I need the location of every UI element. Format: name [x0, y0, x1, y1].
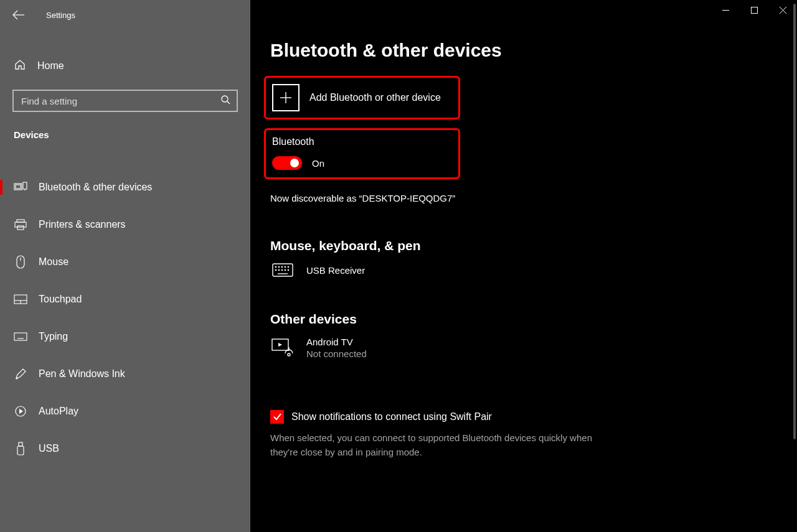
sidebar-item-mouse[interactable]: Mouse	[0, 243, 250, 281]
home-nav[interactable]: Home	[0, 52, 250, 80]
sidebar-item-label: AutoPlay	[39, 406, 78, 417]
add-device-label: Add Bluetooth or other device	[309, 92, 441, 103]
keyboard-device-icon	[270, 263, 295, 277]
swift-pair-description: When selected, you can connect to suppor…	[270, 431, 619, 459]
close-button[interactable]	[768, 0, 797, 20]
scrollbar[interactable]	[793, 4, 796, 514]
add-device-highlight: Add Bluetooth or other device	[264, 76, 460, 119]
svg-point-38	[288, 266, 288, 267]
sidebar-item-bluetooth[interactable]: Bluetooth & other devices	[0, 169, 250, 206]
sidebar-item-label: Printers & scanners	[39, 219, 126, 230]
svg-rect-1	[751, 7, 757, 13]
sidebar-item-label: Touchpad	[39, 294, 82, 305]
back-button[interactable]	[12, 10, 25, 20]
svg-rect-12	[15, 222, 26, 227]
keyboard-icon	[14, 332, 27, 341]
svg-rect-30	[17, 446, 24, 455]
svg-point-35	[278, 266, 279, 267]
device-usb-receiver[interactable]: USB Receiver	[270, 263, 797, 277]
swift-pair-label: Show notifications to connect using Swif…	[291, 411, 492, 422]
svg-rect-11	[17, 220, 24, 222]
section-mouse-keyboard-heading: Mouse, keyboard, & pen	[270, 238, 797, 253]
device-status: Not connected	[306, 348, 367, 359]
sidebar-item-label: Mouse	[39, 256, 68, 268]
plus-icon	[272, 84, 299, 111]
swift-pair-checkbox[interactable]	[270, 410, 284, 424]
toggle-state-label: On	[312, 158, 324, 169]
svg-line-6	[227, 101, 230, 104]
svg-point-34	[275, 266, 276, 267]
scrollbar-thumb[interactable]	[793, 4, 796, 439]
search-input[interactable]	[12, 90, 238, 112]
bluetooth-toggle[interactable]	[272, 156, 302, 170]
svg-point-43	[288, 269, 288, 270]
svg-marker-28	[19, 409, 23, 414]
sidebar-item-printers[interactable]: Printers & scanners	[0, 206, 250, 243]
svg-point-5	[222, 96, 228, 102]
svg-point-39	[275, 269, 276, 270]
sidebar-item-pen[interactable]: Pen & Windows Ink	[0, 355, 250, 393]
svg-point-40	[278, 269, 279, 270]
svg-rect-29	[19, 442, 22, 446]
bluetooth-heading: Bluetooth	[272, 136, 452, 147]
home-icon	[14, 58, 26, 73]
svg-marker-46	[278, 343, 282, 347]
discoverable-text: Now discoverable as “DESKTOP-IEQQDG7”	[270, 193, 797, 203]
sidebar-item-label: Typing	[39, 331, 68, 342]
search-container	[12, 90, 238, 112]
swift-pair-row: Show notifications to connect using Swif…	[270, 410, 797, 424]
svg-point-36	[281, 266, 282, 267]
sidebar-item-label: Pen & Windows Ink	[39, 368, 125, 380]
main-content: Bluetooth & other devices Add Bluetooth …	[250, 0, 797, 532]
svg-point-41	[281, 269, 282, 270]
home-label: Home	[37, 60, 64, 72]
sidebar-item-typing[interactable]: Typing	[0, 318, 250, 355]
bluetooth-devices-icon	[14, 182, 27, 193]
add-device-button[interactable]: Add Bluetooth or other device	[272, 84, 452, 111]
svg-rect-13	[17, 226, 24, 230]
window-controls	[711, 0, 797, 20]
sidebar-item-label: Bluetooth & other devices	[39, 182, 152, 193]
usb-icon	[14, 442, 27, 455]
pen-icon	[14, 368, 27, 380]
section-other-devices-heading: Other devices	[270, 312, 797, 327]
svg-point-42	[285, 269, 285, 270]
autoplay-icon	[14, 405, 27, 418]
touchpad-icon	[14, 294, 27, 304]
mouse-icon	[14, 255, 27, 269]
app-title: Settings	[46, 11, 75, 20]
device-name: USB Receiver	[306, 265, 365, 276]
sidebar-item-usb[interactable]: USB	[0, 430, 250, 467]
minimize-button[interactable]	[711, 0, 740, 20]
sidebar-item-label: USB	[39, 443, 59, 454]
maximize-button[interactable]	[740, 0, 768, 20]
sidebar-item-touchpad[interactable]: Touchpad	[0, 281, 250, 318]
printer-icon	[14, 219, 27, 230]
sidebar-nav: Bluetooth & other devices Printers & sca…	[0, 169, 250, 467]
sidebar: Settings Home Devices Bluetooth & o	[0, 0, 250, 532]
sidebar-section-heading: Devices	[0, 112, 250, 146]
svg-rect-8	[16, 185, 21, 189]
device-android-tv[interactable]: Android TV Not connected	[270, 337, 797, 359]
device-name: Android TV	[306, 337, 367, 347]
svg-rect-19	[14, 333, 27, 340]
search-icon	[220, 95, 230, 107]
media-device-icon	[270, 338, 295, 357]
toggle-knob	[290, 159, 299, 167]
bluetooth-toggle-highlight: Bluetooth On	[264, 128, 460, 179]
svg-point-47	[288, 353, 290, 356]
svg-point-37	[285, 266, 285, 267]
sidebar-item-autoplay[interactable]: AutoPlay	[0, 393, 250, 430]
svg-rect-9	[23, 182, 27, 189]
